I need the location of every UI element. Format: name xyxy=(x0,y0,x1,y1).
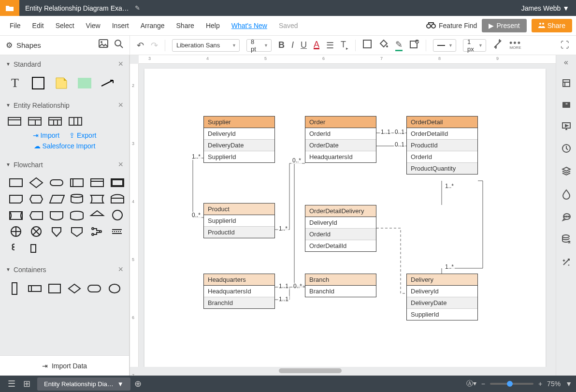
flowchart-shape[interactable] xyxy=(109,176,126,189)
entity-row[interactable]: OrderDate xyxy=(305,140,376,151)
zoom-value[interactable]: 75% xyxy=(547,380,561,388)
flowchart-shape[interactable] xyxy=(69,226,85,238)
menu-view[interactable]: View xyxy=(80,19,106,32)
text-color-icon[interactable]: A xyxy=(314,41,319,49)
menu-arrange[interactable]: Arrange xyxy=(135,19,171,32)
entity-row[interactable]: HeadquartersId xyxy=(305,151,376,162)
import-link[interactable]: ⇥ Import xyxy=(33,131,60,139)
flowchart-shape[interactable] xyxy=(28,242,44,255)
section-entity-relationship[interactable]: ▼Entity Relationship× xyxy=(0,96,129,114)
align-icon[interactable]: ☰ xyxy=(326,40,334,51)
entity-orderdetail[interactable]: OrderDetailOrderDetailIdProductIdOrderId… xyxy=(406,116,478,174)
container-shape[interactable] xyxy=(87,281,101,296)
entity-row[interactable]: DeliveryId xyxy=(305,217,376,229)
panel-present-icon[interactable] xyxy=(562,122,571,132)
panel-data-icon[interactable] xyxy=(562,234,571,246)
export-link[interactable]: ⇪ Export xyxy=(69,131,96,139)
panel-chat-icon[interactable] xyxy=(562,213,571,223)
font-size-select[interactable]: 8 pt xyxy=(246,39,272,52)
search-icon[interactable] xyxy=(114,39,124,51)
line-options-icon[interactable] xyxy=(493,39,503,51)
panel-history-icon[interactable] xyxy=(562,144,571,155)
entity-headquarters[interactable]: HeadquartersHeadquartersIdBranchId xyxy=(203,274,275,309)
panel-theme-icon[interactable] xyxy=(562,189,571,201)
entity-row[interactable]: OrderDetailId xyxy=(305,240,376,251)
text-options-icon[interactable]: T▸ xyxy=(341,40,348,51)
gear-icon[interactable]: ⚙ xyxy=(6,41,13,50)
entity-supplier[interactable]: SupplierDeliveryIdDeliveryDateSupplierId xyxy=(203,116,275,163)
list-view-icon[interactable]: ☰ xyxy=(4,378,19,389)
page[interactable]: SupplierDeliveryIdDeliveryDateSupplierId… xyxy=(144,69,546,368)
flowchart-shape[interactable] xyxy=(48,176,65,189)
shape-format-icon[interactable] xyxy=(362,39,372,51)
line-style-select[interactable] xyxy=(433,39,456,52)
menu-edit[interactable]: Edit xyxy=(27,19,50,32)
flowchart-shape[interactable] xyxy=(28,209,44,222)
present-button[interactable]: ▶ Present xyxy=(482,19,526,32)
add-page-icon[interactable]: ⊕ xyxy=(130,378,145,389)
menu-share[interactable]: Share xyxy=(171,19,200,32)
container-shape[interactable] xyxy=(8,281,22,296)
grid-view-icon[interactable]: ⊞ xyxy=(19,378,34,389)
panel-context-icon[interactable] xyxy=(562,78,571,89)
entity-row[interactable]: BranchId xyxy=(204,297,274,308)
line-width-select[interactable]: 1 px xyxy=(463,39,486,52)
panel-layers-icon[interactable] xyxy=(562,166,571,177)
collapse-panel-icon[interactable]: « xyxy=(564,58,568,67)
entity-branch[interactable]: BranchBranchId xyxy=(305,274,376,297)
flowchart-shape[interactable] xyxy=(8,226,24,238)
feature-find[interactable]: Feature Find xyxy=(426,22,477,30)
section-standard[interactable]: ▼Standard× xyxy=(0,55,129,73)
panel-comments-icon[interactable]: ❝ xyxy=(562,101,571,110)
underline-icon[interactable]: U xyxy=(301,40,307,50)
menu-help[interactable]: Help xyxy=(200,19,226,32)
italic-icon[interactable]: I xyxy=(291,40,294,50)
page-tab[interactable]: Entity Relationship Dia… ▼ xyxy=(37,377,130,391)
flowchart-shape[interactable] xyxy=(109,226,126,238)
entity-row[interactable]: SupplierId xyxy=(204,151,274,162)
close-icon[interactable]: × xyxy=(118,264,123,275)
section-flowchart[interactable]: ▼Flowchart× xyxy=(0,156,129,174)
font-select[interactable]: Liberation Sans xyxy=(172,39,240,52)
flowchart-shape[interactable] xyxy=(48,209,65,222)
shape-options-icon[interactable] xyxy=(409,39,419,51)
flowchart-shape[interactable] xyxy=(109,193,126,205)
flowchart-shape[interactable] xyxy=(28,176,44,189)
pencil-icon[interactable]: ✎ xyxy=(135,4,140,12)
entity-order[interactable]: OrderOrderIdOrderDateHeadquartersId xyxy=(305,116,376,163)
entity-row[interactable]: ProductId xyxy=(204,227,274,238)
entity-row[interactable]: ProductId xyxy=(407,140,477,151)
flowchart-shape[interactable] xyxy=(8,209,24,222)
er-shape-3[interactable] xyxy=(48,117,62,126)
entity-row[interactable]: BranchId xyxy=(305,286,376,297)
user-menu[interactable]: James Webb ▼ xyxy=(515,4,576,12)
panel-magic-icon[interactable] xyxy=(562,257,571,268)
container-shape[interactable] xyxy=(28,281,42,296)
menu-whatsnew[interactable]: What's New xyxy=(226,19,273,32)
zoom-slider[interactable] xyxy=(490,383,533,385)
entity-row[interactable]: OrderId xyxy=(305,229,376,240)
entity-row[interactable]: ProductQuantity xyxy=(407,163,477,174)
autosave-icon[interactable]: Ⓐ▾ xyxy=(466,379,476,388)
image-icon[interactable] xyxy=(99,39,108,51)
zoom-out-icon[interactable]: − xyxy=(481,380,485,388)
flowchart-shape[interactable] xyxy=(8,176,24,189)
container-shape[interactable] xyxy=(107,281,121,296)
bold-icon[interactable]: B xyxy=(278,40,285,50)
close-icon[interactable]: × xyxy=(118,100,123,110)
zoom-in-icon[interactable]: + xyxy=(538,380,542,388)
flowchart-shape[interactable] xyxy=(8,242,24,255)
flowchart-shape[interactable] xyxy=(89,226,105,238)
folder-icon[interactable] xyxy=(0,0,19,16)
entity-product[interactable]: ProductSupplierIdProductId xyxy=(203,203,275,238)
block-shape[interactable] xyxy=(77,76,92,90)
flowchart-shape[interactable] xyxy=(28,226,44,238)
undo-icon[interactable]: ↶ xyxy=(137,40,144,51)
flowchart-shape[interactable] xyxy=(8,193,24,205)
entity-row[interactable]: DeliveryDate xyxy=(204,140,274,151)
flowchart-shape[interactable] xyxy=(109,209,126,222)
section-containers[interactable]: ▼Containers× xyxy=(0,261,129,278)
container-shape[interactable] xyxy=(68,281,82,296)
er-shape-1[interactable] xyxy=(8,117,21,126)
entity-delivery[interactable]: DeliveryDeliveryIdDeliveryDateSupplierId xyxy=(406,274,478,320)
